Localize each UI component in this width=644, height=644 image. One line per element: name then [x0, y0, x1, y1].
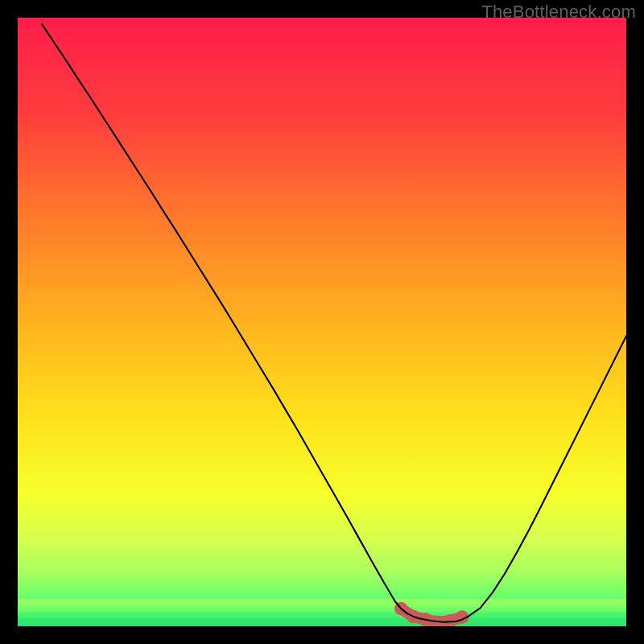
chart-background-gradient [18, 18, 626, 626]
watermark-label: TheBottleneck.com [481, 2, 636, 23]
chart-bottom-bands [18, 599, 626, 625]
chart-plot-area [18, 18, 626, 626]
svg-rect-3 [18, 617, 626, 625]
bottleneck-chart-svg [18, 18, 626, 626]
